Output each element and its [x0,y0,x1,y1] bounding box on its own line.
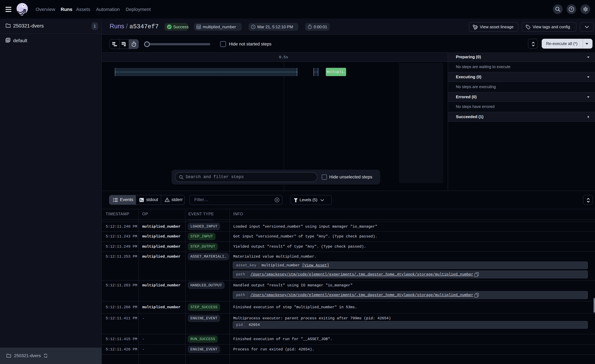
svg-text:?: ? [570,7,573,11]
